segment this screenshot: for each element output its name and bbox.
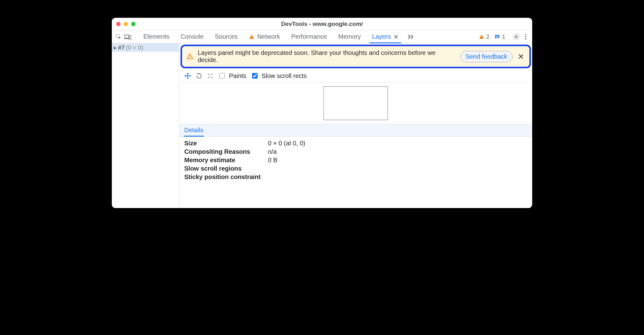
tab-elements[interactable]: Elements: [138, 30, 175, 43]
tab-sources[interactable]: Sources: [209, 30, 243, 43]
detail-key-comp: Compositing Reasons: [184, 148, 268, 155]
more-options-icon[interactable]: [521, 32, 530, 41]
close-window-button[interactable]: [116, 22, 121, 26]
panel-tabs: Elements Console Sources Network Perform…: [138, 30, 417, 43]
main-toolbar: Elements Console Sources Network Perform…: [112, 30, 532, 43]
detail-val-slow: [268, 165, 527, 172]
device-toolbar-icon[interactable]: [123, 32, 132, 41]
svg-rect-3: [251, 36, 252, 37]
slow-scroll-checkbox-input[interactable]: [252, 73, 258, 79]
banner-text: Layers panel might be deprecated soon. S…: [198, 49, 456, 64]
details-grid: Size 0 × 0 (at 0, 0) Compositing Reasons…: [179, 137, 532, 193]
settings-icon[interactable]: [512, 32, 521, 41]
layers-tree-sidebar: ▸ #7 (0 × 0): [112, 43, 179, 208]
detail-key-sticky: Sticky position constraint: [184, 173, 268, 181]
rotate-mode-icon[interactable]: [196, 72, 202, 79]
devtools-window: DevTools - www.google.com/ Elements Cons…: [112, 18, 532, 208]
detail-val-comp: n/a: [268, 148, 527, 155]
svg-rect-6: [481, 37, 482, 38]
details-tabbar: Details: [179, 124, 532, 137]
warnings-counter[interactable]: 2: [476, 33, 492, 40]
more-tabs-icon[interactable]: [404, 34, 417, 39]
window-controls: [116, 22, 136, 26]
svg-rect-7: [496, 36, 499, 36]
warning-icon: [479, 34, 484, 40]
titlebar: DevTools - www.google.com/: [112, 18, 532, 30]
panel-content: ▸ #7 (0 × 0) Layers panel might be depre…: [112, 43, 532, 208]
svg-rect-13: [190, 56, 190, 57]
paints-checkbox[interactable]: Paints: [218, 72, 246, 80]
main-area: Layers panel might be deprecated soon. S…: [179, 43, 532, 208]
tab-console[interactable]: Console: [175, 30, 209, 43]
warnings-count: 2: [486, 33, 490, 40]
detail-val-sticky: [268, 173, 527, 181]
separator: [135, 33, 135, 41]
tab-performance[interactable]: Performance: [286, 30, 333, 43]
tab-label: Performance: [291, 33, 327, 40]
tab-label: Network: [257, 33, 280, 40]
slow-scroll-label: Slow scroll rects: [262, 72, 307, 80]
tab-label: Console: [181, 33, 203, 40]
layers-view-toolbar: Paints Slow scroll rects: [179, 70, 532, 82]
expand-icon[interactable]: ▸: [114, 44, 117, 51]
tab-layers[interactable]: Layers: [366, 30, 404, 43]
warning-icon: [186, 53, 193, 60]
svg-point-12: [525, 38, 526, 40]
close-banner-icon[interactable]: [517, 52, 525, 61]
tab-label: Sources: [215, 33, 238, 40]
paints-checkbox-input[interactable]: [219, 73, 225, 79]
svg-rect-8: [496, 36, 498, 37]
window-title: DevTools - www.google.com/: [112, 21, 532, 27]
tab-label: Elements: [143, 33, 169, 40]
svg-point-9: [515, 36, 517, 38]
detail-val-size: 0 × 0 (at 0, 0): [268, 140, 527, 147]
svg-rect-4: [251, 37, 252, 38]
svg-rect-5: [481, 36, 482, 37]
detail-key-mem: Memory estimate: [184, 157, 268, 164]
tab-label: Memory: [338, 33, 361, 40]
reset-view-icon[interactable]: [207, 72, 214, 79]
tab-network[interactable]: Network: [243, 30, 285, 43]
send-feedback-button[interactable]: Send feedback: [460, 51, 513, 62]
pan-mode-icon[interactable]: [184, 72, 191, 79]
slow-scroll-checkbox[interactable]: Slow scroll rects: [251, 72, 307, 80]
svg-rect-1: [125, 35, 129, 38]
layer-id: #7: [118, 44, 125, 51]
message-icon: [494, 34, 500, 40]
close-tab-icon[interactable]: [393, 34, 399, 40]
zoom-window-button[interactable]: [131, 22, 136, 26]
svg-point-10: [525, 34, 526, 35]
inspect-element-icon[interactable]: [114, 32, 123, 41]
detail-val-mem: 0 B: [268, 157, 527, 164]
layer-dims: (0 × 0): [126, 44, 143, 51]
detail-key-size: Size: [184, 140, 268, 147]
layers-3d-view[interactable]: [179, 82, 532, 124]
messages-counter[interactable]: 1: [492, 33, 508, 40]
detail-key-slow: Slow scroll regions: [184, 165, 268, 172]
tab-label: Layers: [372, 33, 391, 40]
details-tab-label: Details: [184, 127, 203, 134]
paints-label: Paints: [229, 72, 246, 80]
layer-rect[interactable]: [324, 86, 388, 120]
deprecation-banner: Layers panel might be deprecated soon. S…: [181, 45, 531, 68]
messages-count: 1: [502, 33, 505, 40]
svg-rect-14: [190, 57, 190, 58]
warning-icon: [249, 34, 255, 40]
details-tab[interactable]: Details: [184, 124, 203, 136]
tab-memory[interactable]: Memory: [333, 30, 366, 43]
layer-tree-item[interactable]: ▸ #7 (0 × 0): [112, 43, 179, 52]
minimize-window-button[interactable]: [124, 22, 128, 26]
svg-point-11: [525, 36, 526, 37]
